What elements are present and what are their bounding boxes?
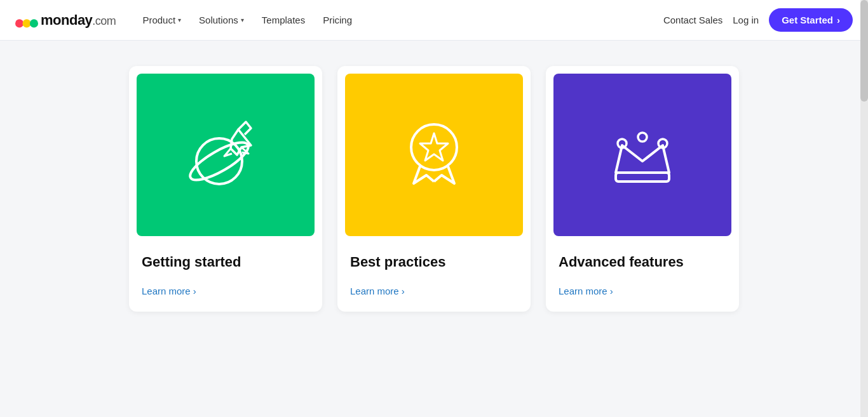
navbar-right: Contact Sales Log in Get Started › xyxy=(663,8,853,32)
get-started-button[interactable]: Get Started › xyxy=(769,8,853,32)
svg-point-0 xyxy=(15,19,24,27)
card-advanced-features: Advanced features Learn more › xyxy=(546,66,739,312)
nav-links: Product ▾ Solutions ▾ Templates Pricing xyxy=(136,11,358,29)
contact-sales-link[interactable]: Contact Sales xyxy=(663,15,722,25)
chevron-down-icon: ▾ xyxy=(178,17,181,23)
cards-grid: Getting started Learn more › xyxy=(129,66,739,312)
card-title-best-practices: Best practices xyxy=(350,254,518,270)
chevron-right-icon: › xyxy=(837,15,840,25)
rocket-planet-icon xyxy=(181,110,270,199)
card-title-getting-started: Getting started xyxy=(142,254,309,270)
card-image-advanced-features xyxy=(553,74,731,236)
svg-point-5 xyxy=(411,124,457,170)
logo[interactable]: monday.com xyxy=(15,11,116,29)
nav-item-solutions[interactable]: Solutions ▾ xyxy=(193,11,250,29)
card-body-getting-started: Getting started Learn more › xyxy=(129,244,322,312)
chevron-right-icon: › xyxy=(610,286,613,296)
scrollbar-track[interactable] xyxy=(860,0,868,417)
logo-icon xyxy=(15,11,38,29)
login-link[interactable]: Log in xyxy=(733,15,759,25)
card-image-getting-started xyxy=(137,74,315,236)
card-getting-started: Getting started Learn more › xyxy=(129,66,322,312)
svg-point-1 xyxy=(22,19,31,27)
main-content: Getting started Learn more › xyxy=(53,41,815,337)
award-ribbon-icon xyxy=(390,110,478,199)
nav-item-product[interactable]: Product ▾ xyxy=(136,11,187,29)
learn-more-best-practices[interactable]: Learn more › xyxy=(350,286,518,296)
learn-more-advanced-features[interactable]: Learn more › xyxy=(559,286,726,296)
svg-rect-7 xyxy=(616,173,669,182)
logo-wordmark: monday.com xyxy=(41,12,116,29)
learn-more-getting-started[interactable]: Learn more › xyxy=(142,286,309,296)
card-title-advanced-features: Advanced features xyxy=(559,254,726,270)
card-body-best-practices: Best practices Learn more › xyxy=(337,244,531,312)
navbar: monday.com Product ▾ Solutions ▾ Templat… xyxy=(0,0,868,41)
chevron-down-icon: ▾ xyxy=(241,17,244,23)
navbar-left: monday.com Product ▾ Solutions ▾ Templat… xyxy=(15,11,663,29)
scrollbar-thumb[interactable] xyxy=(860,0,868,102)
card-image-best-practices xyxy=(345,74,523,236)
nav-item-templates[interactable]: Templates xyxy=(255,11,311,29)
svg-marker-6 xyxy=(420,133,448,161)
svg-point-2 xyxy=(30,19,38,27)
crown-icon xyxy=(598,110,687,199)
chevron-right-icon: › xyxy=(193,286,196,296)
chevron-right-icon: › xyxy=(402,286,405,296)
card-best-practices: Best practices Learn more › xyxy=(337,66,531,312)
svg-point-9 xyxy=(638,133,647,142)
card-body-advanced-features: Advanced features Learn more › xyxy=(546,244,739,312)
nav-item-pricing[interactable]: Pricing xyxy=(316,11,358,29)
